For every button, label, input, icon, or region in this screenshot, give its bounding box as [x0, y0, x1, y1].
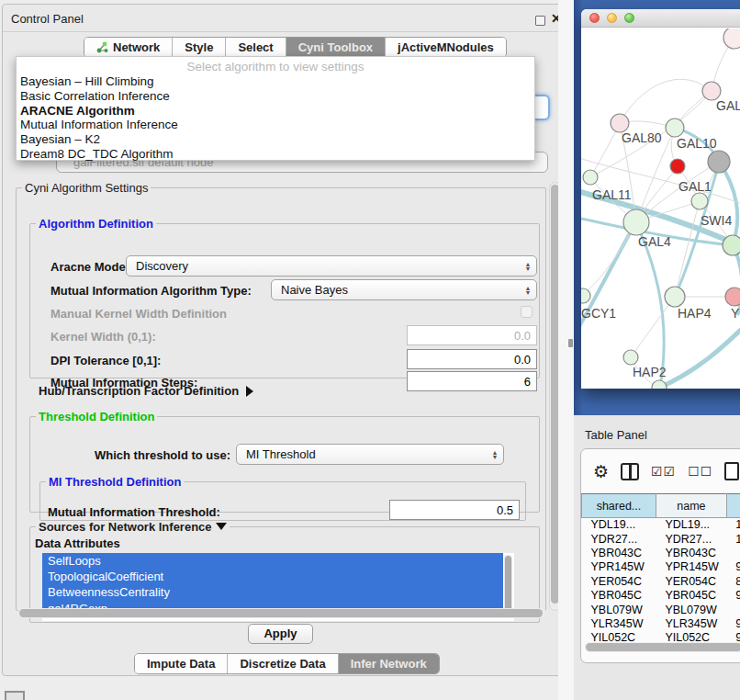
settings-group-title: Cyni Algorithm Settings — [22, 181, 151, 195]
network-edge[interactable] — [620, 79, 712, 123]
column-header[interactable]: A — [726, 494, 740, 518]
zoom-traffic-light-icon[interactable] — [624, 13, 634, 23]
kernel-width-field[interactable] — [407, 325, 537, 345]
network-node-gcy1[interactable] — [581, 288, 590, 303]
function-builder-icon[interactable] — [724, 462, 739, 480]
split-handle[interactable] — [568, 339, 573, 347]
tab-network[interactable]: Network — [84, 38, 173, 57]
network-node-gal11[interactable] — [583, 170, 598, 185]
table-row[interactable]: YBR043CYBR043C — [582, 546, 740, 559]
tab-style[interactable]: Style — [173, 38, 226, 57]
minimize-traffic-light-icon[interactable] — [607, 13, 617, 23]
table-row[interactable]: YDR27...YDR27...12 — [582, 532, 740, 546]
network-window[interactable]: GALGAL80GAL10GAL11GAL1SWI4GAL4GCY1HAP4YH… — [581, 9, 740, 389]
table-row[interactable]: YDL19...YDL19...13 — [582, 518, 740, 532]
select-all-icon[interactable]: ☑☑ — [651, 464, 676, 479]
table-row[interactable]: YLR345WYLR345W9. — [582, 616, 740, 630]
network-node-hap4[interactable] — [665, 287, 685, 307]
network-edge[interactable] — [675, 201, 700, 297]
mi-threshold-field[interactable] — [389, 500, 520, 520]
panel-title: Control Panel — [11, 12, 84, 26]
stepper-icon: ▲▼ — [520, 280, 536, 299]
table-cell: 9. — [726, 588, 740, 602]
table-cell: YBL079W — [582, 603, 656, 616]
attribute-item[interactable]: BetweennessCentrality — [42, 584, 503, 600]
column-header[interactable]: shared... — [582, 494, 656, 518]
table-cell: YLR345W — [582, 616, 656, 630]
attribute-item[interactable]: TopologicalCoefficient — [42, 569, 503, 584]
hub-expander[interactable]: Hub/Transcription Factor Definition — [39, 384, 253, 398]
mi-steps-field[interactable] — [407, 371, 537, 391]
network-node-gal10[interactable] — [666, 119, 684, 137]
network-node-gal80[interactable] — [611, 114, 629, 132]
table-cell: YLR345W — [656, 616, 726, 630]
tab-select[interactable]: Select — [226, 38, 286, 57]
tab-discretize-data[interactable]: Discretize Data — [228, 654, 338, 673]
table-row[interactable]: YBL079WYBL079W — [582, 603, 740, 616]
stepper-icon: ▲▼ — [487, 445, 503, 464]
manual-kernel-checkbox[interactable] — [521, 306, 533, 318]
apply-button[interactable]: Apply — [248, 624, 313, 644]
algorithm-option[interactable]: Bayesian – K2 — [17, 132, 534, 147]
hub-expander-label: Hub/Transcription Factor Definition — [39, 384, 239, 398]
network-node-hap2[interactable] — [623, 350, 638, 365]
top-tab-bar: NetworkStyleSelectCyni ToolboxjActiveMNo… — [84, 37, 507, 58]
algorithm-option[interactable]: Basic Correlation Inference — [17, 89, 534, 104]
settings-horizontal-scrollbar[interactable] — [17, 608, 546, 618]
table-cell: YBR045C — [656, 588, 726, 602]
network-node-swi4[interactable] — [723, 235, 740, 255]
panel-gutter — [558, 0, 575, 700]
node-label: GAL4 — [638, 234, 671, 249]
tab-infer-network[interactable]: Infer Network — [339, 654, 439, 673]
table-row[interactable]: YPR145WYPR145W9. — [582, 560, 740, 574]
algorithm-option[interactable]: Mutual Information Inference — [17, 118, 534, 132]
columns-icon[interactable] — [621, 463, 639, 480]
table-cell: YBR043C — [656, 546, 726, 559]
algorithm-option[interactable]: ARACNE Algorithm — [17, 104, 534, 119]
network-canvas[interactable]: GALGAL80GAL10GAL11GAL1SWI4GAL4GCY1HAP4YH… — [581, 28, 740, 389]
float-window-icon[interactable] — [535, 16, 545, 26]
network-edge[interactable] — [659, 322, 740, 388]
network-node[interactable] — [652, 380, 667, 389]
dpi-tolerance-field[interactable] — [407, 349, 537, 369]
tab-cyni-toolbox[interactable]: Cyni Toolbox — [286, 38, 386, 57]
table-horizontal-scrollbar[interactable] — [585, 642, 740, 652]
algorithm-option[interactable]: Dream8 DC_TDC Algorithm — [17, 147, 534, 162]
tab-label: Discretize Data — [240, 657, 325, 671]
network-node[interactable] — [723, 28, 740, 49]
tab-impute-data[interactable]: Impute Data — [135, 654, 228, 673]
network-edge[interactable] — [719, 162, 737, 244]
network-node-gal4[interactable] — [623, 209, 649, 235]
deselect-all-icon[interactable]: ☐☐ — [688, 464, 712, 479]
network-window-titlebar[interactable] — [581, 9, 740, 28]
sources-title[interactable]: Sources for Network Inference — [36, 520, 230, 534]
network-node[interactable] — [670, 159, 685, 174]
table-cell — [726, 603, 740, 616]
tab-jactivemnodules[interactable]: jActiveMNodules — [386, 38, 506, 57]
attribute-item[interactable]: SelfLoops — [42, 553, 503, 569]
network-node[interactable] — [708, 151, 730, 173]
data-attributes-label: Data Attributes — [35, 536, 120, 550]
mi-algorithm-type-combo[interactable]: Naive Bayes ▲▼ — [271, 279, 537, 300]
table-row[interactable]: YBR045CYBR045C9. — [582, 588, 740, 602]
table-cell: 8. — [726, 574, 740, 588]
network-icon — [96, 41, 108, 53]
column-header[interactable]: name — [656, 494, 726, 518]
network-node-y[interactable] — [725, 288, 740, 306]
table-cell: YER054C — [656, 574, 726, 588]
minimized-panel-icon[interactable] — [5, 691, 25, 700]
close-traffic-light-icon[interactable] — [589, 13, 600, 23]
network-view-frame: GALGAL80GAL10GAL11GAL1SWI4GAL4GCY1HAP4YH… — [574, 0, 740, 415]
tab-label: jActiveMNodules — [398, 40, 494, 54]
network-node-gal[interactable] — [702, 82, 721, 100]
table-row[interactable]: YER054CYER054C8. — [582, 574, 740, 588]
aracne-mode-combo[interactable]: Discovery ▲▼ — [126, 255, 537, 277]
network-edge[interactable] — [631, 297, 675, 357]
gear-icon[interactable]: ⚙ — [593, 463, 609, 480]
node-label: GAL10 — [677, 136, 717, 151]
algorithm-option[interactable]: Bayesian – Hill Climbing — [17, 74, 534, 89]
algorithm-definition-group: Algorithm Definition Aracne Mode: Discov… — [29, 217, 540, 378]
which-threshold-combo[interactable]: MI Threshold ▲▼ — [236, 444, 504, 465]
network-node-gal1[interactable] — [691, 193, 708, 209]
table-cell — [726, 546, 740, 559]
